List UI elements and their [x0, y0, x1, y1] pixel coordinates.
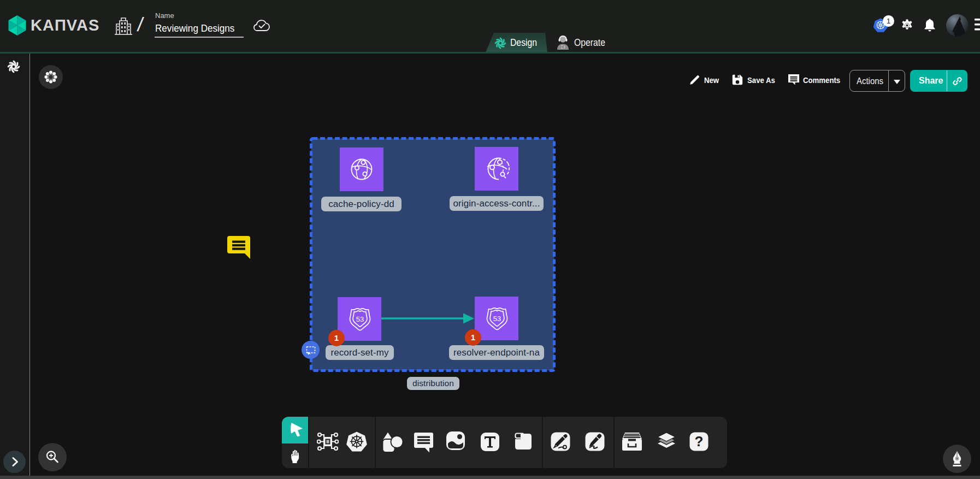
svg-text:53: 53 [356, 315, 364, 323]
svg-text:53: 53 [493, 315, 501, 323]
svg-text:?: ? [695, 433, 704, 450]
